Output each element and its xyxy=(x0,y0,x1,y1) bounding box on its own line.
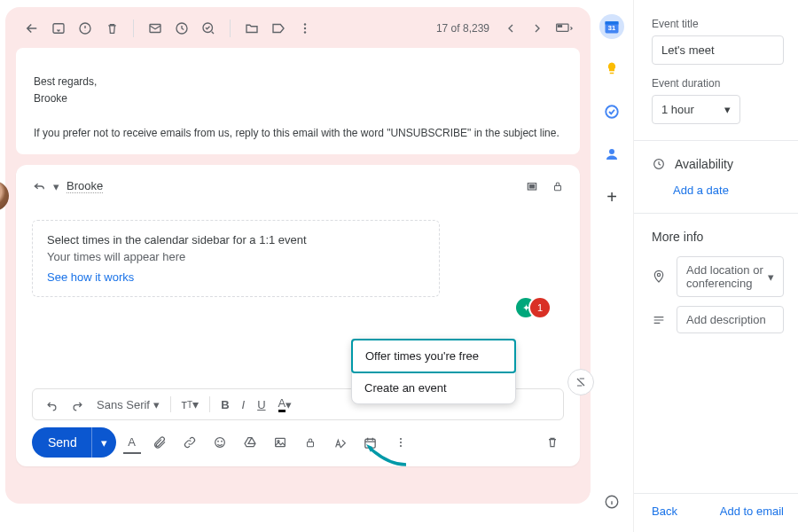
labels-icon[interactable] xyxy=(268,18,289,39)
svg-point-7 xyxy=(304,31,306,33)
formatting-toggle-icon[interactable]: A xyxy=(123,431,141,454)
email-sender-name: Brooke xyxy=(34,90,562,107)
underline-icon[interactable]: U xyxy=(252,395,270,415)
location-icon xyxy=(652,270,668,284)
attach-icon[interactable] xyxy=(148,431,171,454)
next-icon[interactable] xyxy=(527,18,548,39)
description-icon xyxy=(652,313,668,327)
event-duration-label: Event duration xyxy=(652,77,784,90)
chevron-down-icon: ▾ xyxy=(768,270,774,284)
spam-icon[interactable] xyxy=(74,18,96,39)
reply-header: ▾ Brooke xyxy=(32,179,564,193)
keep-icon[interactable] xyxy=(599,57,624,82)
popout-icon[interactable] xyxy=(525,179,539,193)
create-event-option[interactable]: Create an event xyxy=(352,372,515,403)
mark-unread-icon[interactable] xyxy=(145,18,166,39)
calendar-icon[interactable]: 31 xyxy=(599,14,624,39)
text-color-icon[interactable]: A▾ xyxy=(273,393,298,416)
font-family-selector[interactable]: Sans Serif ▾ xyxy=(91,395,165,415)
email-reader-pane: 17 of 8,239 Best regards, Brooke If you … xyxy=(5,7,591,504)
svg-point-6 xyxy=(304,27,306,29)
avatar xyxy=(0,181,9,211)
svg-rect-19 xyxy=(307,442,313,446)
bold-icon[interactable]: B xyxy=(215,395,234,415)
side-icon-rail: 31 + xyxy=(591,0,633,532)
italic-icon[interactable]: I xyxy=(237,395,251,415)
svg-rect-13 xyxy=(555,185,561,190)
offer-times-option[interactable]: Offer times you're free xyxy=(351,339,516,373)
svg-point-16 xyxy=(221,441,222,442)
hint-subtitle: Your times will appear here xyxy=(47,250,425,263)
info-icon[interactable] xyxy=(599,489,624,514)
panel-footer: Back Add to email xyxy=(634,493,798,518)
calendar-popup-menu: Offer times you're free Create an event xyxy=(351,339,516,404)
svg-rect-9 xyxy=(558,26,559,27)
chevron-down-icon: ▾ xyxy=(724,103,731,116)
event-title-input[interactable] xyxy=(652,35,784,65)
lock-icon[interactable] xyxy=(552,179,564,193)
calendar-hint-box: Select times in the calendar sidebar for… xyxy=(32,220,440,297)
recipient-chip[interactable]: Brooke xyxy=(66,179,103,193)
tutorial-arrow-icon xyxy=(362,440,415,468)
svg-point-28 xyxy=(609,149,614,154)
emoji-icon[interactable] xyxy=(208,431,231,454)
more-icon[interactable] xyxy=(294,18,316,39)
delete-icon[interactable] xyxy=(101,18,122,39)
assist-badges[interactable]: ✦ 1 xyxy=(521,298,550,317)
svg-text:31: 31 xyxy=(608,24,615,32)
snooze-icon[interactable] xyxy=(171,18,192,39)
more-info-heading: More info xyxy=(652,230,784,244)
svg-rect-17 xyxy=(275,438,285,446)
back-icon[interactable] xyxy=(21,18,43,39)
undo-icon[interactable] xyxy=(40,395,64,415)
link-icon[interactable] xyxy=(178,431,201,454)
image-icon[interactable] xyxy=(269,431,292,454)
contacts-icon[interactable] xyxy=(599,142,624,167)
drive-icon[interactable] xyxy=(239,431,262,454)
availability-heading: Availability xyxy=(675,157,733,171)
svg-point-15 xyxy=(217,441,218,442)
move-to-icon[interactable] xyxy=(241,18,262,39)
event-title-label: Event title xyxy=(652,18,784,30)
chevron-down-icon[interactable]: ▾ xyxy=(53,180,59,193)
font-size-selector[interactable]: тT▾ xyxy=(176,394,205,415)
reply-compose-card: ▾ Brooke Select times in the calendar si… xyxy=(16,165,580,466)
svg-point-31 xyxy=(657,273,660,276)
hint-title: Select times in the calendar sidebar for… xyxy=(47,233,425,246)
back-button[interactable]: Back xyxy=(652,505,677,518)
svg-rect-10 xyxy=(560,26,562,27)
description-input[interactable]: Add description xyxy=(677,306,784,333)
email-toolbar: 17 of 8,239 xyxy=(16,14,580,48)
hint-link[interactable]: See how it works xyxy=(47,270,134,284)
send-options-icon[interactable]: ▾ xyxy=(91,427,116,458)
tasks-icon[interactable] xyxy=(599,99,624,124)
archive-icon[interactable] xyxy=(48,18,69,39)
add-task-icon[interactable] xyxy=(198,18,219,39)
discard-icon[interactable] xyxy=(541,431,564,454)
redo-icon[interactable] xyxy=(66,395,90,415)
prev-icon[interactable] xyxy=(500,18,521,39)
input-tools-icon[interactable] xyxy=(553,18,575,39)
confidential-icon[interactable] xyxy=(299,431,322,454)
pagination-counter: 17 of 8,239 xyxy=(431,22,495,35)
email-body: Best regards, Brooke If you prefer not t… xyxy=(16,48,580,154)
reply-type-icon[interactable] xyxy=(32,179,46,193)
add-addon-icon[interactable]: + xyxy=(599,184,624,209)
svg-rect-12 xyxy=(529,185,534,188)
clock-icon xyxy=(652,157,666,171)
event-duration-selector[interactable]: 1 hour▾ xyxy=(652,95,740,124)
email-unsubscribe-text: If you prefer not to receive emails from… xyxy=(34,125,562,142)
add-date-link[interactable]: Add a date xyxy=(673,184,784,197)
calendar-side-panel: Event title Event duration 1 hour▾ Avail… xyxy=(633,0,798,532)
location-input[interactable]: Add location or conferencing▾ xyxy=(677,256,784,297)
remove-formatting-icon[interactable] xyxy=(567,369,594,395)
svg-point-5 xyxy=(304,23,306,25)
compose-action-bar: Send ▾ A xyxy=(32,427,564,458)
signature-icon[interactable] xyxy=(329,431,352,454)
email-signoff: Best regards, xyxy=(34,74,562,90)
add-to-email-button[interactable]: Add to email xyxy=(720,505,784,518)
send-button[interactable]: Send ▾ xyxy=(32,427,116,458)
